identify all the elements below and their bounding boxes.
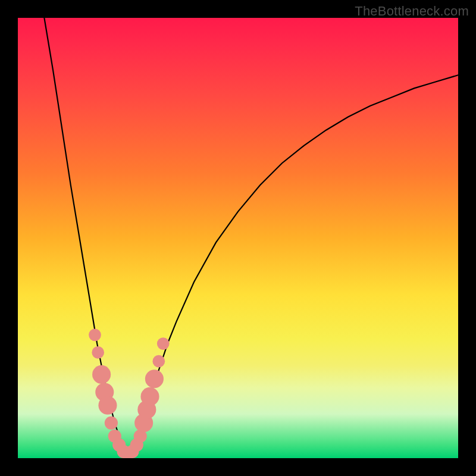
series-left-curve xyxy=(44,18,128,454)
highlight-marker xyxy=(89,328,101,341)
chart-svg xyxy=(18,18,458,458)
series-right-curve xyxy=(128,75,458,453)
highlight-marker xyxy=(140,387,159,406)
highlight-marker xyxy=(145,369,164,388)
marker-group xyxy=(89,328,169,458)
highlight-marker xyxy=(105,416,118,430)
highlight-marker xyxy=(92,346,104,359)
watermark-text: TheBottleneck.com xyxy=(355,4,469,19)
highlight-marker xyxy=(157,337,170,350)
chart-plot-area xyxy=(18,18,458,458)
highlight-marker xyxy=(92,365,111,384)
highlight-marker xyxy=(152,355,165,368)
highlight-marker xyxy=(98,396,117,415)
